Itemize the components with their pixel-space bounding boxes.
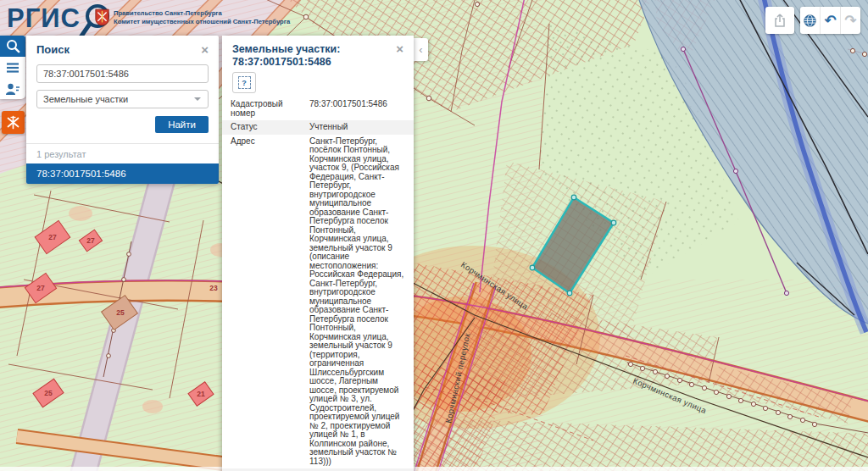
government-header: Правительство Санкт-Петербурга Комитет и… [95,8,290,26]
sidebar-item-layers[interactable] [0,57,25,78]
export-icon [772,13,787,28]
map-toolbar: ↶ ↷ [800,7,860,34]
tool-sidebar [0,36,25,99]
field-row-cadastral-number: Кадастровый номер 78:37:0017501:5486 [222,97,414,120]
chevron-down-icon [194,97,201,101]
field-value: 78:37:0017501:5486 [309,100,405,118]
identify-question-icon: ? [238,76,251,89]
details-panel-close-button[interactable]: × [396,43,403,55]
parcel-number: 25 [44,389,53,397]
field-row-status: Статус Учтенный [222,120,414,135]
gov-line-1: Правительство Санкт-Петербурга [114,9,290,18]
undo-button[interactable]: ↶ [820,7,840,34]
attribute-table: Кадастровый номер 78:37:0017501:5486 Ста… [222,97,414,471]
spb-emblem-icon [6,115,20,130]
attribution-strip [0,467,868,471]
field-row-address: Адрес Санкт-Петербург, посёлок Понтонный… [222,135,414,469]
user-list-icon [5,82,20,96]
search-panel: Поиск × Земельные участки Найти 1 резуль… [26,36,219,184]
field-value: Учтенный [309,123,405,132]
search-icon [5,38,21,54]
identify-tool-button[interactable]: ? [232,72,256,93]
field-label: Адрес [231,137,309,467]
redo-button[interactable]: ↷ [840,7,860,34]
sidebar-item-user-list[interactable] [0,78,25,99]
rgis-app-window: 27 27 27 23 25 25 21 17 Корчминская улиц… [0,0,868,471]
details-panel-collapse-button[interactable]: ‹ [414,38,428,61]
details-panel-title: Земельные участки: 78:37:0017501:5486 [232,43,396,69]
search-category-value: Земельные участки [43,94,128,104]
parcel-number: 27 [48,233,57,241]
details-panel: Земельные участки: 78:37:0017501:5486 × … [222,36,414,471]
field-label: Кадастровый номер [231,100,309,118]
sidebar-item-spb-portal[interactable] [2,111,25,134]
sidebar-item-search[interactable] [0,36,25,57]
find-button[interactable]: Найти [155,116,209,133]
field-label: Статус [231,123,309,132]
search-category-select[interactable]: Земельные участки [36,90,209,108]
basemap-globe-button[interactable] [800,7,820,34]
search-input[interactable] [36,64,209,83]
parcel-number: 21 [197,390,205,398]
gov-line-2: Комитет имущественных отношений Санкт-Пе… [114,18,290,26]
result-item-selected[interactable]: 78:37:0017501:5486 [26,163,219,184]
export-button[interactable] [765,7,794,34]
parcel-number: 23 [209,284,218,292]
app-logo-text: РГИС [7,2,81,36]
parcel-number: 27 [86,236,95,245]
redo-icon: ↷ [844,14,856,28]
spb-coat-of-arms-icon [95,8,109,26]
parcel-number: 25 [116,308,125,317]
globe-icon [803,14,817,28]
field-value: Санкт-Петербург, посёлок Понтонный, Корч… [309,137,405,467]
results-count: 1 результат [26,143,219,163]
undo-icon: ↶ [824,14,836,28]
parcel-number: 27 [36,284,45,292]
search-panel-close-button[interactable]: × [201,44,209,56]
search-panel-title: Поиск [36,43,70,56]
menu-icon [6,62,19,74]
